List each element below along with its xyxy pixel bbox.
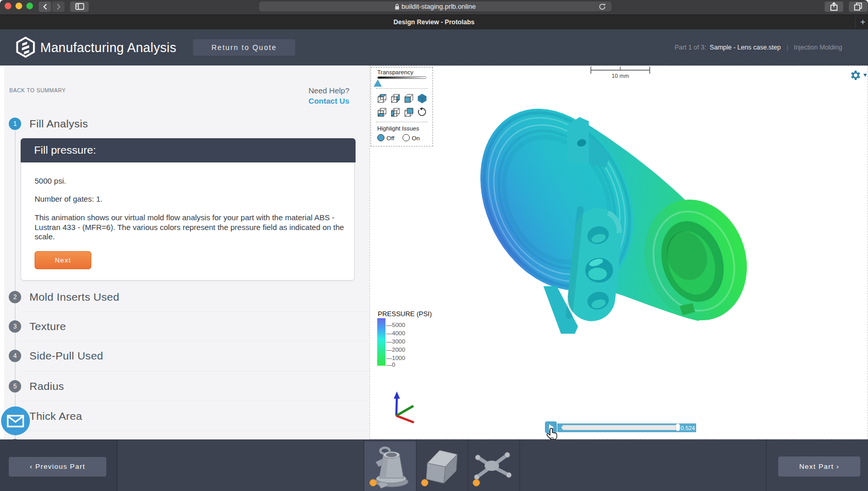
svg-text:10 mm: 10 mm: [612, 73, 629, 79]
svg-text:—2000: —2000: [386, 347, 405, 353]
svg-text:—0: —0: [386, 362, 395, 367]
svg-text:—5000: —5000: [386, 322, 405, 328]
svg-text:—3000: —3000: [386, 338, 405, 345]
svg-text:—4000: —4000: [386, 330, 405, 336]
svg-text:—1000: —1000: [386, 355, 405, 361]
